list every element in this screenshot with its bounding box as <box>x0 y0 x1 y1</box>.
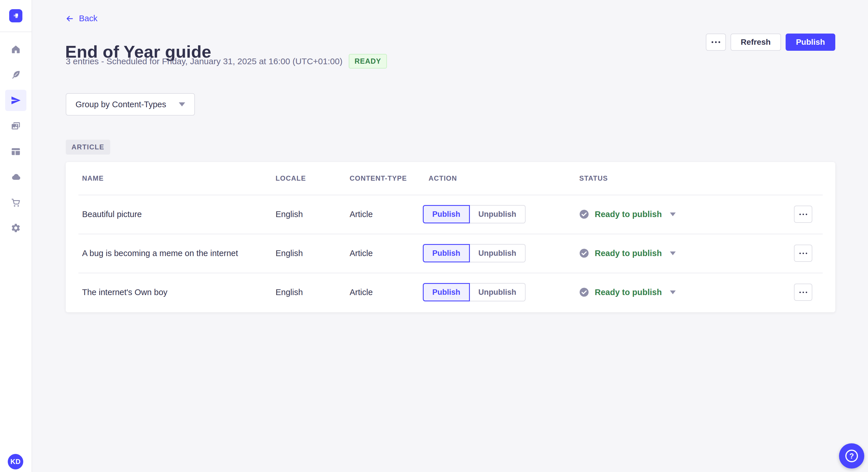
entry-name: The internet's Own boy <box>66 288 276 297</box>
content-group-badge: ARTICLE <box>66 140 110 155</box>
publish-option[interactable]: Publish <box>423 244 470 262</box>
publish-toggle: Publish Unpublish <box>423 244 579 262</box>
column-header-content-type: CONTENT-TYPE <box>350 174 423 182</box>
chevron-down-icon <box>670 291 676 294</box>
sidebar-logo-area <box>0 0 32 32</box>
check-circle-icon <box>579 287 589 297</box>
feather-icon <box>11 70 21 80</box>
group-by-select[interactable]: Group by Content-Types <box>66 93 195 115</box>
entry-status-cell: Ready to publish <box>579 287 769 297</box>
entry-status-label: Ready to publish <box>595 288 662 297</box>
entry-status-cell: Ready to publish <box>579 209 769 219</box>
ellipsis-icon <box>712 41 720 43</box>
entry-more-actions-button[interactable] <box>794 283 812 301</box>
back-label: Back <box>79 14 97 23</box>
publish-toggle: Publish Unpublish <box>423 283 579 301</box>
entry-name: Beautiful picture <box>66 210 276 219</box>
entry-locale: English <box>276 210 350 219</box>
entry-content-type: Article <box>350 248 423 258</box>
entry-action-cell: Publish Unpublish <box>423 283 579 301</box>
images-icon <box>11 121 21 131</box>
sidebar-item-releases[interactable] <box>5 90 26 111</box>
sidebar-item-home[interactable] <box>5 39 26 60</box>
chevron-down-icon <box>670 212 676 216</box>
table-row: The internet's Own boy English Article P… <box>66 273 835 312</box>
entry-status-label: Ready to publish <box>595 210 662 219</box>
entry-status-cell: Ready to publish <box>579 248 769 258</box>
entry-locale: English <box>276 288 350 297</box>
entry-action-cell: Publish Unpublish <box>423 244 579 262</box>
release-subtitle: 3 entries - Scheduled for Friday, Januar… <box>66 57 342 66</box>
sidebar-item-content-type-builder[interactable] <box>5 141 26 162</box>
subtitle-row: 3 entries - Scheduled for Friday, Januar… <box>66 54 387 69</box>
layout-icon <box>11 146 21 157</box>
back-link[interactable]: Back <box>65 14 97 23</box>
entry-more-actions-button[interactable] <box>794 206 812 223</box>
check-circle-icon <box>579 248 589 258</box>
entry-name: A bug is becoming a meme on the internet <box>66 248 276 258</box>
publish-option[interactable]: Publish <box>423 205 470 224</box>
column-header-action: ACTION <box>423 174 579 182</box>
group-by-value: Group by Content-Types <box>75 100 166 109</box>
entry-content-type: Article <box>350 288 423 297</box>
entry-status-label: Ready to publish <box>595 248 662 258</box>
release-more-actions-button[interactable] <box>706 34 726 51</box>
arrow-left-icon <box>65 14 74 23</box>
column-header-name: NAME <box>66 174 276 182</box>
sidebar-item-deploy[interactable] <box>5 166 26 188</box>
help-button[interactable]: ? <box>839 443 864 469</box>
main-content: Back End of Year guide Refresh Publish 3… <box>32 0 868 472</box>
paper-plane-icon <box>11 95 21 105</box>
entry-more-cell <box>769 245 835 262</box>
user-avatar[interactable]: KD <box>8 454 23 469</box>
sidebar-item-content-manager[interactable] <box>5 64 26 86</box>
entries-table-card: NAME LOCALE CONTENT-TYPE ACTION STATUS B… <box>66 162 835 312</box>
column-header-status: STATUS <box>579 174 769 182</box>
strapi-logo[interactable] <box>9 9 22 22</box>
header-actions: Refresh Publish <box>706 34 835 51</box>
entry-more-cell <box>769 206 835 223</box>
entry-status-dropdown[interactable]: Ready to publish <box>579 287 769 297</box>
refresh-button[interactable]: Refresh <box>731 34 781 51</box>
shopping-cart-icon <box>11 197 21 208</box>
chevron-down-icon <box>670 251 676 255</box>
check-circle-icon <box>579 209 589 219</box>
cloud-icon <box>11 172 21 182</box>
column-header-locale: LOCALE <box>276 174 350 182</box>
ellipsis-icon <box>799 252 807 254</box>
entry-content-type: Article <box>350 210 423 219</box>
sidebar-nav <box>0 39 32 243</box>
entry-locale: English <box>276 248 350 258</box>
publish-toggle: Publish Unpublish <box>423 205 579 224</box>
sidebar-item-media-library[interactable] <box>5 115 26 136</box>
unpublish-option[interactable]: Unpublish <box>470 283 526 301</box>
release-status-badge: READY <box>349 54 387 69</box>
entry-status-dropdown[interactable]: Ready to publish <box>579 248 769 258</box>
entry-status-dropdown[interactable]: Ready to publish <box>579 209 769 219</box>
sidebar-item-settings[interactable] <box>5 217 26 239</box>
sidebar: KD <box>0 0 32 472</box>
table-row: Beautiful picture English Article Publis… <box>66 195 835 234</box>
entry-action-cell: Publish Unpublish <box>423 205 579 224</box>
gear-icon <box>11 223 21 233</box>
unpublish-option[interactable]: Unpublish <box>470 205 526 224</box>
entry-more-cell <box>769 283 835 301</box>
unpublish-option[interactable]: Unpublish <box>470 244 526 262</box>
table-header-row: NAME LOCALE CONTENT-TYPE ACTION STATUS <box>66 162 835 195</box>
ellipsis-icon <box>799 292 807 293</box>
sidebar-item-marketplace[interactable] <box>5 192 26 213</box>
publish-release-button[interactable]: Publish <box>786 34 835 51</box>
table-row: A bug is becoming a meme on the internet… <box>66 234 835 273</box>
entry-more-actions-button[interactable] <box>794 245 812 262</box>
question-mark-icon: ? <box>845 450 858 462</box>
publish-option[interactable]: Publish <box>423 283 470 301</box>
strapi-logo-icon <box>11 11 20 20</box>
home-icon <box>11 44 21 55</box>
chevron-down-icon <box>179 102 185 106</box>
ellipsis-icon <box>799 214 807 215</box>
release-details-page: KD Back End of Year guide Refresh Publis… <box>0 0 868 472</box>
